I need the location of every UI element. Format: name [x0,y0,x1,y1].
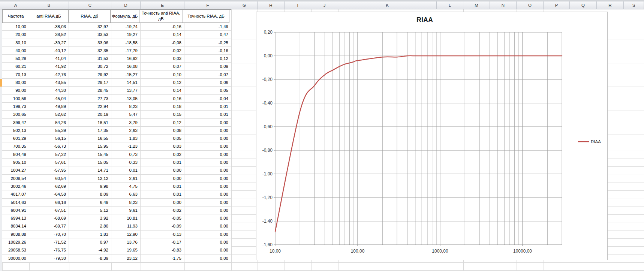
cell[interactable]: -14,51 [111,79,141,87]
cell[interactable]: 0,00 [184,199,231,207]
cell[interactable]: -0,83 [141,246,184,254]
cell[interactable]: -54,26 [29,119,69,127]
cell[interactable]: 80,00 [2,79,29,87]
cell[interactable]: 28,45 [69,87,111,94]
cell[interactable]: 399,47 [2,119,29,127]
table-header-cell[interactable]: Точность anti RIAA, дБ [139,10,183,23]
cell[interactable]: 29,92 [69,71,111,79]
cell[interactable]: 0,02 [141,151,184,159]
cell[interactable]: 13,76 [111,238,141,246]
cell[interactable]: -57,22 [29,151,69,159]
cell[interactable]: 0,18 [141,103,184,111]
cell[interactable]: 0,00 [184,175,231,183]
cell[interactable]: 0,08 [141,127,184,135]
cell[interactable]: -79,30 [29,255,69,262]
cell[interactable]: -66,16 [29,199,69,207]
cell[interactable]: -0,04 [184,95,231,103]
cell[interactable]: 16,55 [69,135,111,142]
table-header-cell[interactable]: Точность RIAA, дБ [183,10,229,23]
cell[interactable]: -49,89 [29,103,69,111]
cell[interactable]: 9,98 [69,183,111,190]
cell[interactable]: 10,81 [111,214,141,222]
cell[interactable]: 8034,14 [2,222,29,230]
cell[interactable]: 0,00 [184,183,231,190]
cell[interactable]: -19,74 [111,23,141,31]
cell[interactable]: -0,08 [141,39,184,47]
cell[interactable]: 4017,07 [2,190,29,198]
cell[interactable]: -13,05 [111,95,141,103]
cell[interactable]: 0,03 [141,55,184,63]
cell[interactable]: 0,12 [141,79,184,87]
cell[interactable]: -40,12 [29,47,69,55]
cell[interactable]: 30000,00 [2,255,29,262]
cell[interactable]: 5,12 [69,207,111,214]
cell[interactable]: -0,25 [184,39,231,47]
cell[interactable]: 30,72 [69,63,111,70]
cell[interactable]: -42,76 [29,71,69,79]
cell[interactable]: 0,00 [184,142,231,150]
cell[interactable]: 0,00 [141,199,184,207]
cell[interactable]: 0,00 [184,238,231,246]
cell[interactable]: 33,06 [69,39,111,47]
cell[interactable]: -2,63 [111,127,141,135]
cell[interactable]: -38,03 [29,23,69,31]
cell[interactable]: 0,01 [141,190,184,198]
cell[interactable]: -3,79 [111,119,141,127]
cell[interactable]: -76,75 [29,246,69,254]
cell[interactable]: -18,58 [111,39,141,47]
cell[interactable]: 3002,46 [2,183,29,190]
cell[interactable]: 50,28 [2,55,29,63]
cell[interactable]: 502,13 [2,127,29,135]
cell[interactable]: -71,52 [29,238,69,246]
cell[interactable]: 12,90 [111,231,141,238]
cell[interactable]: -17,79 [111,47,141,55]
cell[interactable]: -45,04 [29,95,69,103]
cell[interactable]: 199,73 [2,103,29,111]
cell[interactable]: 29,17 [69,79,111,87]
cell[interactable]: 32,35 [69,47,111,55]
cell[interactable]: -8,39 [69,255,111,262]
cell[interactable]: -56,73 [29,142,69,150]
cell[interactable]: 700,35 [2,142,29,150]
cell[interactable]: 0,05 [141,135,184,142]
cell[interactable]: 0,00 [141,175,184,183]
cell[interactable]: -1,83 [111,135,141,142]
cell[interactable]: 0,07 [141,63,184,70]
cell[interactable]: -0,02 [141,207,184,214]
cell[interactable]: -0,47 [184,31,231,39]
cell[interactable]: 17,35 [69,127,111,135]
cell[interactable]: -68,69 [29,214,69,222]
cell[interactable]: 60,21 [2,63,29,70]
cell[interactable]: 601,29 [2,135,29,142]
cell[interactable]: -0,13 [141,231,184,238]
cell[interactable]: -0,07 [184,71,231,79]
cell[interactable]: -57,95 [29,166,69,174]
cell[interactable]: 90,00 [2,87,29,94]
cell[interactable]: -8,23 [111,103,141,111]
cell[interactable]: 0,00 [184,119,231,127]
cell[interactable]: 804,49 [2,151,29,159]
cell[interactable]: 8,23 [111,199,141,207]
cell[interactable]: 905,10 [2,159,29,166]
cell[interactable]: 0,01 [141,183,184,190]
cell[interactable]: -15,27 [111,71,141,79]
cell[interactable]: -43,55 [29,79,69,87]
cell[interactable]: -67,51 [29,207,69,214]
cell[interactable]: 0,03 [141,142,184,150]
cell[interactable]: -0,14 [141,31,184,39]
table-header-cell[interactable]: Формула, дБ [110,10,139,23]
cell[interactable]: 3,92 [69,214,111,222]
cell[interactable]: 100,56 [2,95,29,103]
cell[interactable]: 40,00 [2,47,29,55]
cell[interactable]: 27,73 [69,95,111,103]
cell[interactable]: -1,75 [141,255,184,262]
cell[interactable]: 32,97 [69,23,111,31]
cell[interactable]: 12,12 [69,175,111,183]
cell[interactable]: 0,00 [184,214,231,222]
cell[interactable]: -69,77 [29,222,69,230]
cell[interactable]: -1,23 [111,142,141,150]
cell[interactable]: 10029,26 [2,238,29,246]
cell[interactable]: 0,00 [184,166,231,174]
cell[interactable]: -0,33 [111,159,141,166]
cell[interactable]: 18,51 [69,119,111,127]
